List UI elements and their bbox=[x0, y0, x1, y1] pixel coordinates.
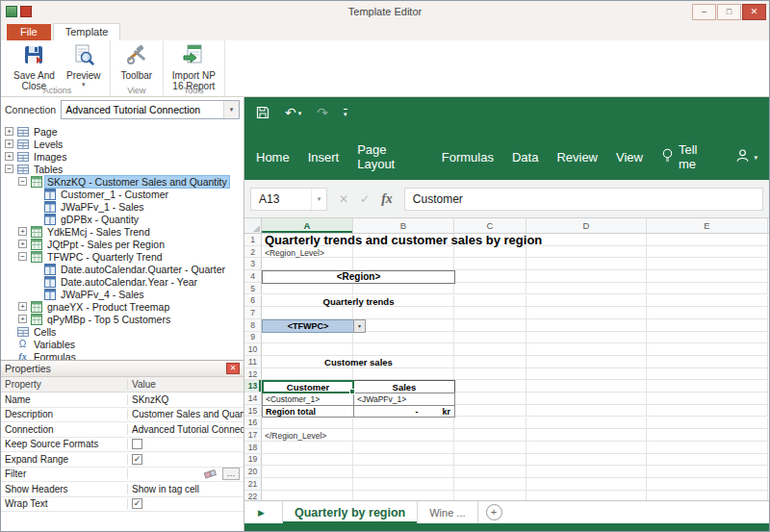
excel-menu-view[interactable]: View bbox=[616, 150, 643, 165]
select-all-corner[interactable] bbox=[244, 218, 262, 233]
region-total-cell[interactable]: Region total bbox=[262, 405, 354, 418]
tree-item[interactable]: JWaPFv_4 - Sales bbox=[1, 288, 244, 300]
excel-menu-data[interactable]: Data bbox=[512, 150, 538, 165]
row-header[interactable]: 5 bbox=[244, 283, 262, 295]
grid-cell[interactable] bbox=[647, 478, 768, 491]
grid-cell[interactable] bbox=[526, 491, 647, 500]
column-header-d[interactable]: D bbox=[526, 218, 647, 233]
customer-sales-label[interactable]: Customer sales bbox=[262, 356, 455, 369]
property-value[interactable]: ✓ bbox=[128, 498, 244, 509]
property-value[interactable]: Advanced Tutorial Connection bbox=[128, 424, 244, 435]
tree-item[interactable]: fxFormulas bbox=[1, 350, 244, 360]
grid-cell[interactable] bbox=[526, 418, 647, 430]
grid-cell[interactable] bbox=[526, 246, 647, 259]
row-header[interactable]: 7 bbox=[244, 307, 262, 319]
grid-cell[interactable] bbox=[526, 393, 647, 405]
tree-item[interactable]: +Levels bbox=[1, 138, 244, 150]
grid-cell[interactable] bbox=[647, 380, 768, 393]
grid-cell[interactable] bbox=[353, 246, 454, 259]
grid-cell[interactable] bbox=[353, 283, 454, 295]
checkbox[interactable] bbox=[132, 439, 142, 449]
minimize-button[interactable]: – bbox=[692, 4, 716, 20]
row-header[interactable]: 14 bbox=[244, 393, 262, 405]
excel-menu-page-layout[interactable]: Page Layout bbox=[357, 142, 424, 171]
grid-cell[interactable] bbox=[454, 393, 526, 405]
tree-item[interactable]: Cells bbox=[1, 325, 244, 338]
grid-cell[interactable] bbox=[454, 270, 526, 283]
excel-menu-insert[interactable]: Insert bbox=[308, 150, 340, 165]
grid-cell[interactable] bbox=[353, 332, 454, 344]
grid-cell[interactable] bbox=[647, 270, 768, 283]
grid-cell[interactable] bbox=[262, 368, 353, 381]
grid-cell[interactable] bbox=[353, 491, 454, 500]
close-button[interactable]: ✕ bbox=[742, 4, 766, 20]
grid-cell[interactable] bbox=[526, 429, 647, 442]
total-amount-cell[interactable]: - kr bbox=[353, 405, 455, 418]
grid-cell[interactable] bbox=[353, 442, 454, 454]
collapse-icon[interactable]: − bbox=[18, 252, 27, 261]
tree-item[interactable]: +qPyMBp - Top 5 Customers bbox=[1, 313, 244, 325]
grid-cell[interactable] bbox=[454, 442, 526, 454]
grid-cell[interactable] bbox=[647, 442, 768, 454]
grid-cell[interactable] bbox=[526, 478, 647, 491]
grid-cell[interactable] bbox=[647, 368, 768, 381]
grid-cell[interactable] bbox=[647, 418, 768, 430]
tab-template[interactable]: Template bbox=[53, 23, 121, 41]
add-sheet-button[interactable]: + bbox=[486, 504, 502, 520]
excel-menu-home[interactable]: Home bbox=[256, 150, 290, 165]
grid-cell[interactable] bbox=[647, 295, 768, 308]
grid-cell[interactable] bbox=[526, 466, 647, 478]
checkbox[interactable]: ✓ bbox=[132, 454, 142, 465]
tree-item[interactable]: Customer_1 - Customer bbox=[1, 188, 244, 200]
row-header[interactable]: 17 bbox=[244, 429, 262, 442]
properties-close-icon[interactable]: ✕ bbox=[226, 363, 240, 374]
column-header-e[interactable]: E bbox=[647, 218, 768, 233]
grid-cell[interactable] bbox=[454, 307, 526, 319]
grid-cell[interactable] bbox=[526, 442, 647, 454]
tree-item[interactable]: +YdkEMcj - Sales Trend bbox=[1, 225, 244, 238]
grid-cell[interactable] bbox=[454, 405, 526, 418]
grid-cell[interactable] bbox=[454, 332, 526, 344]
grid-cell[interactable] bbox=[262, 454, 353, 467]
expand-icon[interactable]: + bbox=[18, 302, 27, 311]
tree-item[interactable]: Date.autoCalendar.Year - Year bbox=[1, 275, 244, 288]
tell-me-button[interactable]: Tell me bbox=[661, 142, 718, 171]
insert-function-icon[interactable]: fx bbox=[381, 191, 393, 207]
sheet-nav-forward-icon[interactable]: ▶ bbox=[244, 501, 282, 523]
grid-cell[interactable] bbox=[353, 429, 454, 442]
tree-item[interactable]: −Tables bbox=[1, 163, 244, 175]
grid-cell[interactable] bbox=[262, 478, 353, 491]
grid-cell[interactable] bbox=[353, 418, 454, 430]
undo-icon[interactable]: ↶▾ bbox=[285, 106, 301, 119]
grid-cell[interactable] bbox=[647, 466, 768, 478]
grid-cell[interactable] bbox=[353, 343, 454, 356]
sales-header-cell[interactable]: Sales bbox=[353, 380, 455, 393]
tree-item[interactable]: ΩVariables bbox=[1, 338, 244, 350]
checkbox[interactable]: ✓ bbox=[132, 498, 142, 509]
row-header[interactable]: 11 bbox=[244, 356, 262, 368]
formula-input[interactable]: Customer bbox=[404, 188, 763, 211]
grid-cell[interactable] bbox=[526, 454, 647, 467]
column-header-a[interactable]: A bbox=[262, 218, 353, 233]
customer-header-cell[interactable]: Customer bbox=[262, 380, 354, 393]
property-value[interactable]: SKnzKQ bbox=[128, 394, 244, 405]
grid-cell[interactable] bbox=[647, 393, 768, 405]
grid-cell[interactable] bbox=[454, 356, 526, 368]
preview-button[interactable]: Preview ▾ bbox=[64, 42, 104, 89]
grid-cell[interactable] bbox=[526, 356, 647, 368]
quarterly-trends-label[interactable]: Quarterly trends bbox=[262, 295, 455, 309]
row-header[interactable]: 20 bbox=[244, 466, 262, 478]
grid-cell[interactable] bbox=[647, 405, 768, 418]
excel-menu-formulas[interactable]: Formulas bbox=[442, 150, 494, 165]
grid-cell[interactable] bbox=[647, 319, 768, 332]
grid-cell[interactable] bbox=[526, 234, 647, 246]
row-header[interactable]: 6 bbox=[244, 295, 262, 308]
grid-cell[interactable] bbox=[262, 283, 353, 295]
grid-cell[interactable] bbox=[353, 466, 454, 478]
sheet-tab-quarterly-by-region[interactable]: Quarterly by region bbox=[282, 501, 418, 523]
column-header-c[interactable]: C bbox=[454, 218, 526, 233]
grid-cell[interactable] bbox=[454, 258, 526, 270]
grid-cell[interactable] bbox=[454, 283, 526, 295]
grid-cell[interactable] bbox=[353, 258, 454, 270]
grid-cell[interactable] bbox=[454, 491, 526, 500]
